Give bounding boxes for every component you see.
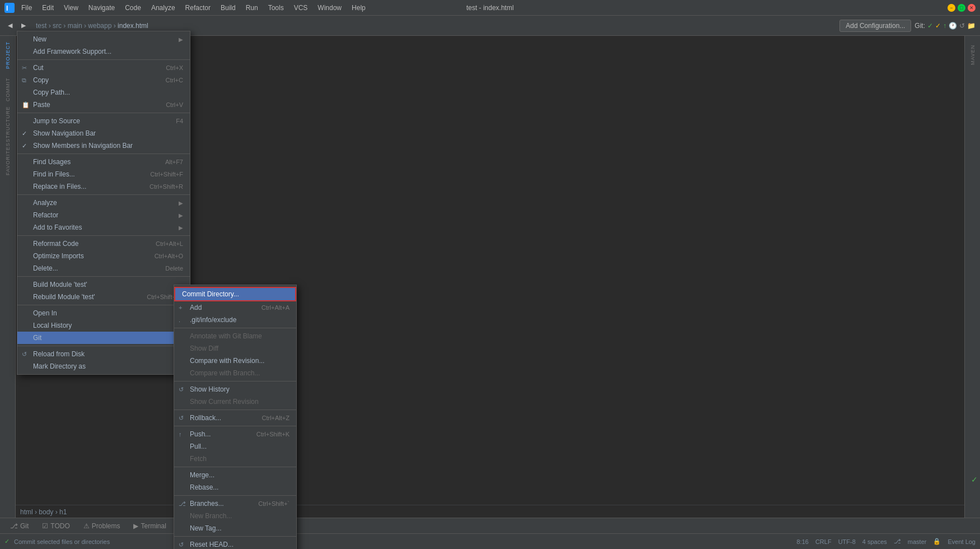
git-new-tag[interactable]: New Tag... — [174, 522, 296, 534]
git-compare-branch-label: Compare with Branch... — [190, 369, 260, 377]
git-add-label: Add — [190, 304, 202, 311]
git-compare-branch: Compare with Branch... — [174, 367, 296, 379]
git-merge[interactable]: Merge... — [174, 469, 296, 481]
git-reset-head[interactable]: ↺ Reset HEAD... — [174, 538, 296, 549]
git-branches-shortcut: Ctrl+Shift+` — [258, 500, 290, 507]
git-sep-3 — [174, 410, 296, 410]
separator-4 — [17, 194, 190, 195]
menu-overlay[interactable]: New ▶ Add Framework Support... ✂ Cut Ctr… — [0, 0, 980, 549]
git-rollback-shortcut: Ctrl+Alt+Z — [262, 415, 290, 421]
git-push-shortcut: Ctrl+Shift+K — [256, 431, 290, 438]
ctx-mark-directory[interactable]: Mark Directory as ▶ — [17, 360, 190, 373]
ctx-find-in-files-label: Find in Files... — [33, 170, 75, 178]
git-branches[interactable]: ⎇ Branches... Ctrl+Shift+` — [174, 497, 296, 510]
reload-icon: ↺ — [22, 351, 27, 358]
git-exclude[interactable]: . .git/info/exclude — [174, 314, 296, 326]
ctx-new[interactable]: New ▶ — [17, 33, 190, 45]
ctx-find-in-files-shortcut: Ctrl+Shift+F — [139, 171, 183, 178]
git-new-branch-label: New Branch... — [190, 512, 232, 520]
ctx-show-nav-label: Show Navigation Bar — [33, 129, 96, 137]
separator-6 — [17, 276, 190, 277]
ctx-paste[interactable]: 📋 Paste Ctrl+V — [17, 99, 190, 111]
ctx-delete-label: Delete... — [33, 264, 58, 272]
ctx-optimize-imports[interactable]: Optimize Imports Ctrl+Alt+O — [17, 250, 190, 262]
git-compare-revision[interactable]: Compare with Revision... — [174, 355, 296, 367]
ctx-add-framework[interactable]: Add Framework Support... — [17, 45, 190, 58]
ctx-copy[interactable]: ⧉ Copy Ctrl+C — [17, 74, 190, 86]
ctx-cut-shortcut: Ctrl+X — [155, 64, 183, 71]
ctx-analyze-label: Analyze — [33, 199, 57, 207]
ctx-jump-to-source[interactable]: Jump to Source F4 — [17, 115, 190, 127]
git-rollback[interactable]: ↺ Rollback... Ctrl+Alt+Z — [174, 412, 296, 424]
ctx-replace-label: Replace in Files... — [33, 183, 86, 190]
ctx-open-in[interactable]: Open In ▶ — [17, 307, 190, 319]
ctx-refactor[interactable]: Refactor ▶ — [17, 209, 190, 221]
ctx-rebuild-module-label: Rebuild Module 'test' — [33, 293, 95, 301]
separator-3 — [17, 153, 190, 154]
ctx-jump-label: Jump to Source — [33, 117, 80, 125]
git-sep-7 — [174, 536, 296, 537]
ctx-copy-label: Copy — [33, 76, 49, 84]
git-annotate: Annotate with Git Blame — [174, 330, 296, 342]
git-pull[interactable]: Pull... — [174, 440, 296, 453]
rollback-icon: ↺ — [179, 415, 184, 422]
ctx-build-module[interactable]: Build Module 'test' — [17, 278, 190, 291]
git-show-history-label: Show History — [190, 385, 230, 393]
ctx-reformat-code[interactable]: Reformat Code Ctrl+Alt+L — [17, 238, 190, 250]
branches-icon: ⎇ — [179, 500, 186, 508]
ctx-delete[interactable]: Delete... Delete — [17, 262, 190, 274]
ctx-build-module-label: Build Module 'test' — [33, 281, 87, 289]
ctx-local-history[interactable]: Local History ▶ — [17, 319, 190, 332]
git-rebase-label: Rebase... — [190, 483, 218, 491]
ctx-show-members-label: Show Members in Navigation Bar — [33, 142, 133, 150]
commit-dir-label: Commit Directory... — [182, 290, 239, 298]
ctx-analyze[interactable]: Analyze ▶ — [17, 197, 190, 209]
history-icon: ↺ — [179, 386, 184, 393]
ctx-local-history-label: Local History — [33, 322, 72, 329]
copy-icon: ⧉ — [22, 77, 26, 84]
git-show-diff: Show Diff — [174, 342, 296, 355]
ctx-optimize-shortcut: Ctrl+Alt+O — [143, 253, 183, 259]
ctx-git-label: Git — [33, 334, 41, 342]
ctx-reload-from-disk[interactable]: ↺ Reload from Disk — [17, 348, 190, 360]
git-show-history[interactable]: ↺ Show History — [174, 383, 296, 396]
separator-5 — [17, 235, 190, 236]
ctx-find-usages[interactable]: Find Usages Alt+F7 — [17, 156, 190, 168]
git-add[interactable]: + Add Ctrl+Alt+A — [174, 301, 296, 314]
ctx-add-framework-label: Add Framework Support... — [33, 48, 111, 55]
new-arrow-icon: ▶ — [179, 36, 183, 43]
ctx-show-members-nav[interactable]: ✓ Show Members in Navigation Bar — [17, 139, 190, 152]
git-push[interactable]: ↑ Push... Ctrl+Shift+K — [174, 428, 296, 440]
ctx-cut-label: Cut — [33, 64, 44, 72]
paste-icon: 📋 — [22, 101, 30, 109]
ctx-reformat-label: Reformat Code — [33, 240, 78, 248]
cut-icon: ✂ — [22, 64, 27, 72]
git-rebase[interactable]: Rebase... — [174, 481, 296, 494]
ctx-rebuild-module[interactable]: Rebuild Module 'test' Ctrl+Shift+F9 — [17, 291, 190, 303]
ctx-copy-path[interactable]: Copy Path... — [17, 86, 190, 99]
ctx-replace-in-files[interactable]: Replace in Files... Ctrl+Shift+R — [17, 180, 190, 193]
ctx-git[interactable]: Git ▶ — [17, 332, 190, 344]
git-show-diff-label: Show Diff — [190, 345, 218, 352]
add-icon: + — [179, 304, 182, 311]
separator-8 — [17, 346, 190, 346]
git-pull-label: Pull... — [190, 443, 207, 450]
ctx-cut[interactable]: ✂ Cut Ctrl+X — [17, 62, 190, 74]
ctx-optimize-label: Optimize Imports — [33, 252, 84, 260]
ctx-new-label: New — [33, 35, 46, 43]
ctx-replace-shortcut: Ctrl+Shift+R — [138, 183, 183, 190]
ctx-paste-shortcut: Ctrl+V — [155, 101, 183, 108]
ctx-add-to-favorites[interactable]: Add to Favorites ▶ — [17, 221, 190, 234]
git-new-branch: New Branch... — [174, 510, 296, 522]
ctx-reformat-shortcut: Ctrl+Alt+L — [144, 240, 183, 247]
ctx-reload-label: Reload from Disk — [33, 350, 85, 358]
git-commit-directory-button[interactable]: Commit Directory... — [174, 287, 296, 301]
ctx-find-in-files[interactable]: Find in Files... Ctrl+Shift+F — [17, 168, 190, 180]
members-nav-check-icon: ✓ — [22, 142, 27, 150]
git-add-shortcut: Ctrl+Alt+A — [262, 304, 290, 311]
ctx-delete-shortcut: Delete — [154, 265, 183, 272]
nav-bar-check-icon: ✓ — [22, 130, 27, 137]
ctx-show-nav-bar[interactable]: ✓ Show Navigation Bar — [17, 127, 190, 139]
git-show-current-revision: Show Current Revision — [174, 396, 296, 408]
ctx-find-usages-shortcut: Alt+F7 — [154, 159, 183, 165]
